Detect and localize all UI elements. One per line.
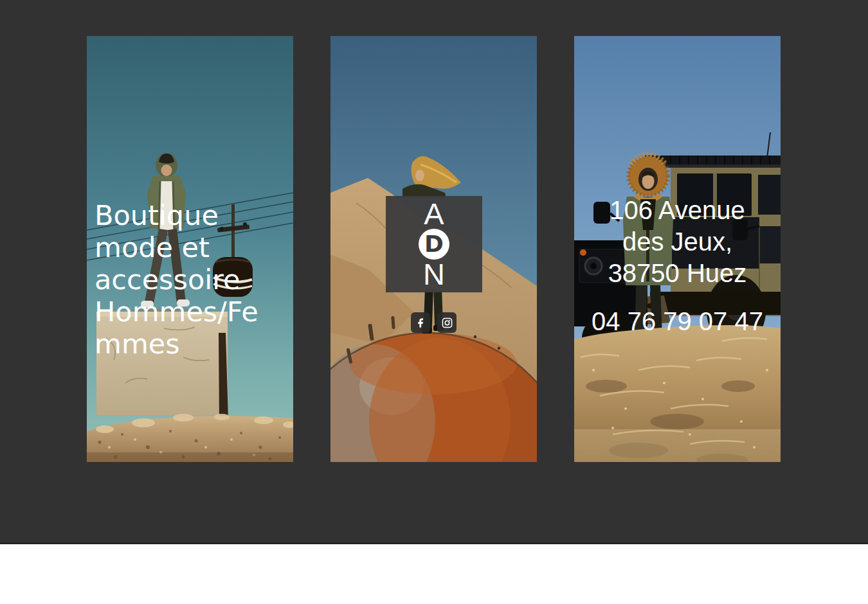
contact-panel: FB 400 — [574, 36, 781, 462]
facebook-link[interactable] — [411, 312, 430, 333]
logo-letter-d: D — [424, 233, 444, 256]
instagram-icon — [442, 317, 453, 328]
instagram-link[interactable] — [437, 312, 457, 333]
facebook-icon — [415, 317, 426, 328]
logo-letter-a: A — [424, 200, 444, 228]
footer-whitespace — [0, 544, 868, 604]
hero-section: Boutique mode et accessoire Hommes/Fe mm… — [0, 0, 868, 544]
boutique-heading: Boutique mode et accessoire Hommes/Fe mm… — [95, 199, 287, 360]
logo-letter-n: N — [423, 260, 445, 289]
store-address: 106 Avenue des Jeux, 38750 Huez — [574, 195, 781, 289]
logo-circle: D — [419, 229, 449, 260]
store-phone: 04 76 79 07 47 — [574, 306, 781, 337]
boutique-panel: Boutique mode et accessoire Hommes/Fe mm… — [87, 36, 293, 462]
logo-panel: A D N — [330, 36, 537, 462]
social-links — [330, 312, 537, 333]
adn-logo: A D N — [386, 196, 482, 292]
